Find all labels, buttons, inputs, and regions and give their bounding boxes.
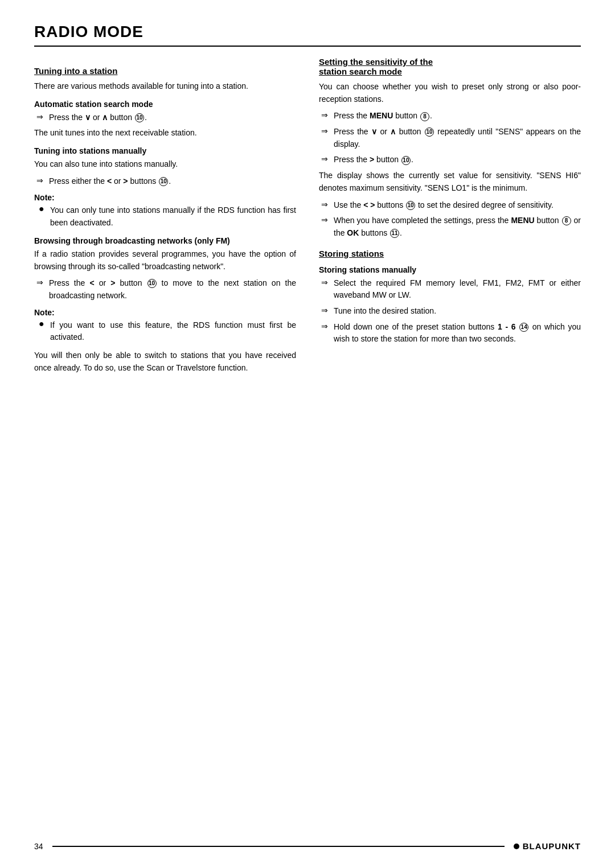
sens-arrow3-text: Press the > button 10.: [334, 154, 413, 166]
arrow-icon: ⇒: [321, 306, 331, 315]
sens-arrow3: ⇒ Press the > button 10.: [319, 154, 581, 166]
circle-11: 11: [390, 229, 399, 238]
arrow-icon: ⇒: [36, 112, 47, 121]
bullet-icon: ●: [39, 204, 48, 214]
circle-10: 10: [159, 177, 168, 186]
page-header: RADIO MODE: [34, 23, 581, 47]
browsing-title: Browsing through broadcasting networks (…: [34, 236, 296, 245]
note-2: Note: ● If you want to use this feature,…: [34, 308, 296, 344]
storing-arrow3-text: Hold down one of the preset station butt…: [334, 321, 581, 345]
storing-arrow2: ⇒ Tune into the desired station.: [319, 305, 581, 318]
arrow-icon: ⇒: [321, 126, 331, 135]
page-footer: 34 BLAUPUNKT: [34, 841, 581, 851]
auto-search-arrow1: ⇒ Press the ∨ or ∧ button 10.: [34, 112, 296, 124]
sens-arrow1-text: Press the MENU button 8.: [334, 110, 432, 122]
note-1-item: ● You can only tune into stations manual…: [34, 204, 296, 229]
storing-title: Storing stations: [319, 249, 581, 258]
section-sensitivity: Setting the sensitivity of the station s…: [319, 57, 581, 240]
circle-10: 10: [135, 113, 144, 122]
tuning-outro: You will then only be able to switch to …: [34, 349, 296, 374]
brand-logo: BLAUPUNKT: [514, 841, 581, 851]
footer-divider: [52, 846, 505, 847]
manual-tuning-arrow1: ⇒ Press either the < or > buttons 10.: [34, 175, 296, 188]
content-area: Tuning into a station There are various …: [34, 57, 581, 379]
section-storing: Storing stations Storing stations manual…: [319, 249, 581, 345]
browsing-arrow1-text: Press the < or > button 10 to move to th…: [49, 277, 296, 302]
arrow-icon: ⇒: [321, 154, 331, 163]
storing-arrow3: ⇒ Hold down one of the preset station bu…: [319, 321, 581, 345]
auto-search-arrow1-text: Press the ∨ or ∧ button 10.: [49, 112, 147, 124]
circle-8: 8: [420, 112, 429, 121]
page-number: 34: [34, 842, 43, 851]
browsing-arrow1: ⇒ Press the < or > button 10 to move to …: [34, 277, 296, 302]
right-column: Setting the sensitivity of the station s…: [319, 57, 581, 379]
bullet-icon: ●: [39, 319, 48, 329]
circle-10: 10: [406, 201, 415, 210]
arrow-icon: ⇒: [321, 322, 331, 331]
sens-arrow4: ⇒ Use the < > buttons 10 to set the desi…: [319, 199, 581, 212]
auto-search-title: Automatic station search mode: [34, 100, 296, 109]
arrow-icon: ⇒: [321, 110, 331, 120]
circle-10: 10: [401, 156, 411, 165]
note-2-text: If you want to use this feature, the RDS…: [50, 319, 296, 344]
storing-arrow1-text: Select the required FM memory level, FM1…: [334, 277, 581, 302]
circle-14: 14: [519, 323, 528, 332]
left-column: Tuning into a station There are various …: [34, 57, 296, 379]
sensitivity-title: Setting the sensitivity of the station s…: [319, 57, 581, 76]
page-title: RADIO MODE: [34, 23, 581, 41]
sensitivity-body1: The display shows the currently set valu…: [319, 170, 581, 194]
sensitivity-intro: You can choose whether you wish to prese…: [319, 81, 581, 105]
storing-arrow2-text: Tune into the desired station.: [334, 305, 436, 318]
manual-tuning-arrow1-text: Press either the < or > buttons 10.: [49, 175, 171, 188]
sens-arrow2-text: Press the ∨ or ∧ button 10 repeatedly un…: [334, 126, 581, 150]
browsing-body: If a radio station provides several prog…: [34, 248, 296, 273]
tuning-intro: There are various methods available for …: [34, 80, 296, 93]
sens-arrow4-text: Use the < > buttons 10 to set the desire…: [334, 199, 554, 212]
note-1-text: You can only tune into stations manually…: [50, 204, 296, 229]
sens-arrow1: ⇒ Press the MENU button 8.: [319, 110, 581, 122]
brand-dot-icon: [514, 844, 519, 849]
note-2-label: Note:: [34, 308, 296, 317]
storing-manually-title: Storing stations manually: [319, 265, 581, 274]
arrow-icon: ⇒: [36, 278, 47, 287]
note-1-label: Note:: [34, 193, 296, 202]
brand-name: BLAUPUNKT: [523, 841, 581, 851]
manual-tuning-body: You can also tune into stations manually…: [34, 158, 296, 171]
arrow-icon: ⇒: [321, 200, 331, 209]
sens-arrow5-text: When you have completed the settings, pr…: [334, 215, 581, 239]
note-1: Note: ● You can only tune into stations …: [34, 193, 296, 229]
sens-arrow2: ⇒ Press the ∨ or ∧ button 10 repeatedly …: [319, 126, 581, 150]
storing-arrow1: ⇒ Select the required FM memory level, F…: [319, 277, 581, 302]
sens-arrow5: ⇒ When you have completed the settings, …: [319, 215, 581, 239]
circle-10: 10: [425, 127, 434, 137]
note-2-item: ● If you want to use this feature, the R…: [34, 319, 296, 344]
arrow-icon: ⇒: [321, 278, 331, 287]
circle-8: 8: [562, 216, 571, 225]
arrow-icon: ⇒: [36, 176, 47, 185]
section-tuning-title: Tuning into a station: [34, 66, 296, 76]
auto-search-body: The unit tunes into the next receivable …: [34, 127, 296, 139]
arrow-icon: ⇒: [321, 215, 331, 224]
circle-10: 10: [147, 279, 157, 288]
section-tuning: Tuning into a station There are various …: [34, 66, 296, 374]
manual-tuning-title: Tuning into stations manually: [34, 146, 296, 155]
